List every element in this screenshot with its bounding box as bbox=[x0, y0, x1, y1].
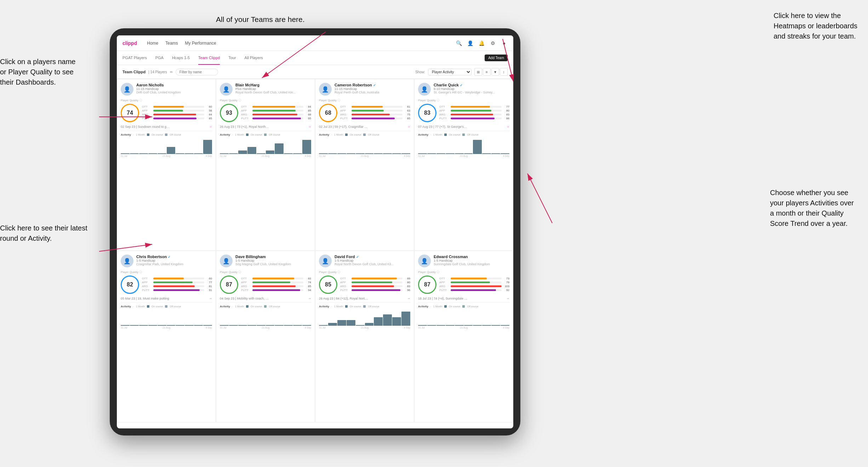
player-club: Royal Perth Golf Club, Australia bbox=[335, 91, 410, 94]
quality-label: Player Quality ⓘ bbox=[418, 98, 509, 102]
add-team-button[interactable]: Add Team bbox=[485, 55, 508, 61]
profile-icon[interactable]: 👤 bbox=[467, 40, 474, 47]
last-round[interactable]: 18 Jul 23 | 74 (+4), Sunningdale GC - Ol… bbox=[418, 297, 509, 300]
nav-teams[interactable]: Teams bbox=[165, 41, 178, 46]
stat-arg: ARG 84 bbox=[142, 113, 212, 116]
last-round[interactable]: 05 Mar 23 | 19, Must make putting → bbox=[121, 297, 212, 300]
activity-period: 1 Month bbox=[235, 133, 244, 136]
last-round-arrow[interactable]: → bbox=[209, 125, 212, 129]
list-view-btn[interactable]: ≡ bbox=[483, 68, 491, 76]
sort-btn[interactable]: ↕ bbox=[500, 68, 508, 76]
player-name[interactable]: Edward Crossman bbox=[434, 255, 509, 259]
quality-circle[interactable]: 74 bbox=[121, 104, 139, 122]
player-header: 👤 David Ford ✓ 1-5 Handicap Royal North … bbox=[319, 255, 410, 267]
player-avatar: 👤 bbox=[121, 255, 133, 267]
player-card[interactable]: 👤 Aaron Nicholls 11-15 Handicap Drift Go… bbox=[117, 79, 216, 251]
tab-hcaps[interactable]: Hcaps 1-5 bbox=[172, 51, 190, 65]
off-course-label: Off course bbox=[269, 133, 280, 136]
last-round-arrow[interactable]: → bbox=[209, 297, 212, 300]
player-name[interactable]: Blair McHarg bbox=[235, 83, 311, 87]
tab-team-clippd[interactable]: Team Clippd bbox=[198, 51, 220, 65]
activity-header: Activity · 1 Month On course Off course bbox=[418, 133, 509, 136]
player-card[interactable]: 👤 Chris Robertson ✓ 1-5 Handicap Craigmi… bbox=[117, 251, 216, 422]
on-course-legend bbox=[345, 305, 348, 308]
player-card[interactable]: 👤 Charlie Quick ✓ 6-10 Handicap St. Geor… bbox=[414, 79, 513, 251]
player-club: Sög Maging Golf Club, United Kingdom bbox=[235, 262, 311, 266]
stat-putt: PUTT 85 bbox=[340, 117, 410, 120]
bell-icon[interactable]: 🔔 bbox=[478, 40, 485, 47]
mini-chart bbox=[121, 312, 212, 326]
last-round-arrow[interactable]: → bbox=[308, 297, 311, 300]
stat-ott: OTT 82 bbox=[241, 277, 311, 280]
activity-period: 1 Month bbox=[433, 305, 442, 308]
last-round-arrow[interactable]: → bbox=[407, 125, 410, 129]
tab-all-players[interactable]: All Players bbox=[245, 51, 263, 65]
last-round[interactable]: 02 Jul 23 | 59 (+17), Craigmillar Park G… bbox=[319, 125, 410, 129]
player-name[interactable]: David Ford ✓ bbox=[335, 255, 410, 259]
player-card[interactable]: 👤 Dave Billingham 1-5 Handicap Sög Magin… bbox=[216, 251, 315, 422]
filter-btn[interactable]: ▼ bbox=[491, 68, 499, 76]
quality-circle[interactable]: 93 bbox=[220, 104, 238, 122]
activity-title: Activity bbox=[220, 133, 230, 136]
show-select[interactable]: Player Activity Quality Score Trend bbox=[428, 69, 472, 75]
search-input[interactable] bbox=[176, 69, 218, 75]
avatar-icon[interactable]: ● bbox=[501, 40, 508, 47]
quality-section: 93 OTT 84 APP 85 ARG 88 PUT bbox=[220, 104, 311, 122]
on-course-label: On course bbox=[350, 305, 361, 308]
last-round[interactable]: 07 Aug 23 | 77 (+7), St George's Hill GC… bbox=[418, 125, 509, 129]
nav-home[interactable]: Home bbox=[147, 41, 158, 46]
activity-header: Activity · 1 Month On course Off course bbox=[418, 305, 509, 308]
player-card[interactable]: 👤 Blair McHarg Plus Handicap Royal North… bbox=[216, 79, 315, 251]
activity-period: 1 Month bbox=[136, 133, 145, 136]
on-course-legend bbox=[444, 305, 447, 308]
last-round[interactable]: 26 Aug 23 | 73 (+1), Royal North Devon G… bbox=[220, 125, 311, 129]
player-header: 👤 Dave Billingham 1-5 Handicap Sög Magin… bbox=[220, 255, 311, 267]
player-name[interactable]: Cameron Robertson ✓ bbox=[335, 83, 410, 87]
last-round-arrow[interactable]: → bbox=[506, 297, 509, 300]
tab-tour[interactable]: Tour bbox=[228, 51, 236, 65]
quality-circle[interactable]: 87 bbox=[220, 275, 238, 294]
chart-label-start: 31 Jul bbox=[319, 326, 326, 329]
off-course-label: Off course bbox=[368, 305, 379, 308]
player-card[interactable]: 👤 David Ford ✓ 1-5 Handicap Royal North … bbox=[315, 251, 414, 422]
quality-circle[interactable]: 68 bbox=[319, 104, 337, 122]
search-icon[interactable]: 🔍 bbox=[455, 40, 462, 47]
player-name[interactable]: Chris Robertson ✓ bbox=[136, 255, 212, 259]
player-card[interactable]: 👤 Edward Crossman 1-5 Handicap Sunningda… bbox=[414, 251, 513, 422]
player-name[interactable]: Charlie Quick ✓ bbox=[434, 83, 509, 87]
player-handicap: 6-10 Handicap bbox=[434, 87, 509, 91]
player-card[interactable]: 👤 Cameron Robertson ✓ 11-15 Handicap Roy… bbox=[315, 79, 414, 251]
edit-icon[interactable]: ✏ bbox=[170, 70, 173, 74]
grid-view-btn[interactable]: ⊞ bbox=[474, 68, 482, 76]
player-name[interactable]: Aaron Nicholls bbox=[136, 83, 212, 87]
on-course-legend bbox=[246, 305, 249, 308]
quality-circle[interactable]: 85 bbox=[319, 275, 337, 294]
nav-my-performance[interactable]: My Performance bbox=[185, 41, 216, 46]
stats-grid: OTT 61 APP 63 ARG 75 PUTT 85 bbox=[340, 105, 410, 121]
last-round[interactable]: 26 Aug 23 | 84 (+12), Royal North Devon … bbox=[319, 297, 410, 300]
activity-header: Activity · 1 Month On course Off course bbox=[220, 133, 311, 136]
quality-circle[interactable]: 87 bbox=[418, 275, 436, 294]
activity-section: Activity · 1 Month On course Off course … bbox=[319, 131, 410, 157]
player-name[interactable]: Dave Billingham bbox=[235, 255, 311, 259]
brand-logo[interactable]: clippd bbox=[122, 40, 137, 46]
off-course-label: Off course bbox=[170, 133, 181, 136]
last-round-arrow[interactable]: → bbox=[308, 125, 311, 129]
last-round[interactable]: 02 Sep 23 | Sundown round to get back in… bbox=[121, 125, 212, 129]
tab-pgat-players[interactable]: PGAT Players bbox=[122, 51, 147, 65]
chart-labels: 31 Jul 21 Aug 4 Sep bbox=[220, 326, 311, 329]
stat-putt: PUTT 91 bbox=[142, 289, 212, 292]
ipad-frame: clippd Home Teams My Performance 🔍 👤 🔔 ⚙… bbox=[110, 28, 520, 435]
last-round[interactable]: 04 Sep 23 | Mobility with coach, Gym → bbox=[220, 297, 311, 300]
annotation-heatmaps: Click here to view theHeatmaps or leader… bbox=[773, 11, 857, 41]
stats-grid: OTT 89 APP 80 ARG 83 PUTT 96 bbox=[340, 277, 410, 292]
settings-icon[interactable]: ⚙ bbox=[489, 40, 496, 47]
tab-pga[interactable]: PGA bbox=[155, 51, 164, 65]
quality-circle[interactable]: 82 bbox=[121, 275, 139, 294]
activity-section: Activity · 1 Month On course Off course … bbox=[418, 302, 509, 329]
last-round-arrow[interactable]: → bbox=[407, 297, 410, 300]
player-handicap: 1-5 Handicap bbox=[434, 259, 509, 262]
on-course-label: On course bbox=[350, 133, 361, 136]
quality-circle[interactable]: 83 bbox=[418, 104, 436, 122]
last-round-arrow[interactable]: → bbox=[506, 125, 509, 129]
